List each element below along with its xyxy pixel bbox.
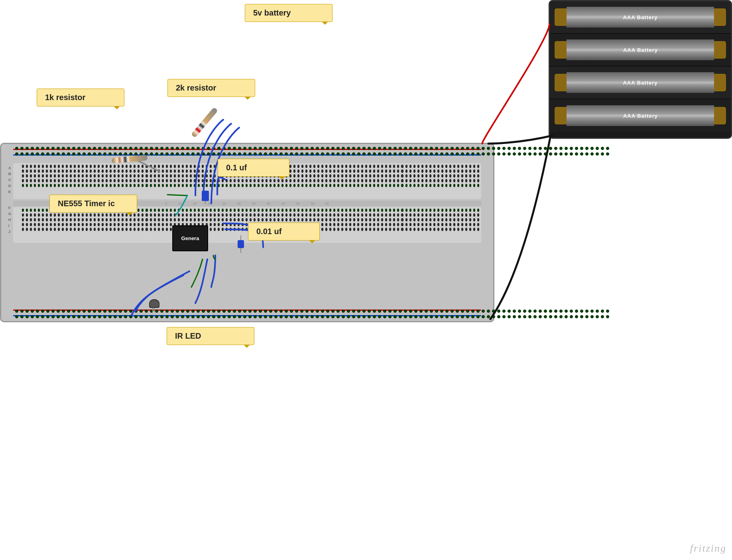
battery-2: AAA Battery bbox=[550, 34, 731, 67]
row-label-b: B bbox=[8, 172, 11, 176]
battery-label-3: AAA Battery bbox=[623, 80, 657, 86]
bottom-holes-row1: document.currentScript.insertAdjacentHTM… bbox=[15, 310, 609, 313]
battery-4: AAA Battery bbox=[550, 99, 731, 132]
battery-label-2: AAA Battery bbox=[623, 47, 657, 53]
row-label-c: C bbox=[8, 178, 11, 182]
label-5v-battery: 5v battery bbox=[245, 4, 333, 22]
row-label-a: A bbox=[8, 166, 11, 170]
label-01uf: 0.1 uf bbox=[218, 159, 289, 177]
battery-pack: AAA Battery AAA Battery AAA Battery AAA … bbox=[549, 0, 732, 139]
bottom-holes-row2: document.currentScript.insertAdjacentHTM… bbox=[15, 315, 609, 318]
row-label-g: G bbox=[8, 212, 11, 216]
row-label-f: F bbox=[8, 206, 11, 210]
top-holes-row2: document.currentScript.insertAdjacentHTM… bbox=[15, 152, 609, 156]
fritzing-watermark: fritzing bbox=[690, 542, 726, 554]
row-label-h: H bbox=[8, 218, 11, 222]
label-ir-led: IR LED bbox=[167, 327, 254, 345]
battery-1: AAA Battery bbox=[550, 1, 731, 34]
row-label-i: I bbox=[8, 224, 10, 228]
ir-led bbox=[149, 299, 159, 311]
label-1k-resistor: 1k resistor bbox=[37, 89, 124, 106]
battery-label-4: AAA Battery bbox=[623, 113, 657, 119]
label-001uf: 0.01 uf bbox=[248, 223, 320, 241]
label-ne555: NE555 Timer ic bbox=[49, 195, 137, 213]
battery-3: AAA Battery bbox=[550, 67, 731, 99]
battery-label-1: AAA Battery bbox=[623, 14, 657, 20]
cap-001uf bbox=[238, 235, 244, 253]
ne555-chip: Genera bbox=[172, 225, 208, 251]
row-label-d: D bbox=[8, 184, 11, 188]
label-2k-resistor: 2k resistor bbox=[167, 79, 255, 97]
resistor-2k bbox=[191, 107, 218, 138]
row-label-e: E bbox=[8, 190, 11, 194]
top-holes-row1: document.currentScript.insertAdjacentHTM… bbox=[15, 147, 609, 150]
ic-label: Genera bbox=[181, 235, 199, 241]
row-label-j: J bbox=[8, 230, 10, 234]
cap-01uf bbox=[202, 191, 209, 203]
